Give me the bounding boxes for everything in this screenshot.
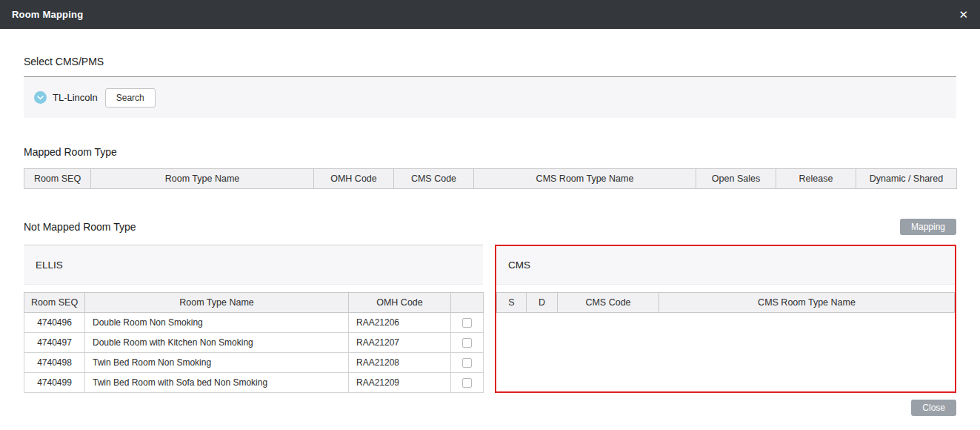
column-header-room-seq: Room SEQ [24, 169, 91, 189]
column-header-room-seq: Room SEQ [24, 293, 85, 313]
not-mapped-panels: ELLIS Room SEQ Room Type Name OMH Code 4… [24, 245, 956, 393]
cms-panel-title: CMS [496, 246, 955, 285]
dialog-titlebar: Room Mapping ✕ [0, 0, 980, 29]
room-type-name-cell: Twin Bed Room Non Smoking [85, 353, 349, 373]
room-type-name-cell: Double Room Non Smoking [85, 313, 349, 333]
column-header-room-type-name: Room Type Name [91, 169, 314, 189]
mapped-room-type-table: Room SEQ Room Type Name OMH Code CMS Cod… [24, 168, 957, 189]
room-seq-cell: 4740498 [24, 353, 85, 373]
column-header-omh-code: OMH Code [314, 169, 394, 189]
dialog-title: Room Mapping [12, 9, 83, 20]
dialog-body: Select CMS/PMS TL-Lincoln Search Mapped … [0, 56, 980, 416]
column-header-cms-code: CMS Code [394, 169, 474, 189]
mapped-table-header-row: Room SEQ Room Type Name OMH Code CMS Cod… [24, 169, 957, 189]
column-header-cms-room-type-name: CMS Room Type Name [474, 169, 696, 189]
selected-pms-label: TL-Lincoln [53, 92, 98, 103]
not-mapped-room-type-label: Not Mapped Room Type [24, 221, 136, 233]
mapped-room-type-label: Mapped Room Type [24, 146, 956, 158]
close-icon[interactable]: ✕ [959, 9, 968, 20]
table-row: 4740496 Double Room Non Smoking RAA21206 [24, 313, 484, 333]
column-header-release: Release [776, 169, 856, 189]
ellis-panel-title: ELLIS [24, 245, 483, 285]
mapping-button[interactable]: Mapping [900, 219, 956, 235]
row-checkbox[interactable] [462, 378, 472, 388]
not-mapped-header-row: Not Mapped Room Type Mapping [24, 219, 956, 235]
column-header-cms-code: CMS Code [558, 293, 659, 313]
room-seq-cell: 4740497 [24, 333, 85, 353]
ellis-panel: ELLIS Room SEQ Room Type Name OMH Code 4… [24, 245, 483, 393]
cms-pms-selector[interactable]: TL-Lincoln [34, 91, 98, 104]
omh-code-cell: RAA21209 [349, 373, 451, 393]
omh-code-cell: RAA21206 [349, 313, 451, 333]
column-header-s: S [497, 293, 527, 313]
column-header-dynamic-shared: Dynamic / Shared [856, 169, 957, 189]
row-checkbox[interactable] [462, 318, 472, 328]
cms-pms-panel: TL-Lincoln Search [24, 76, 956, 118]
omh-code-cell: RAA21207 [349, 333, 451, 353]
column-header-omh-code: OMH Code [349, 293, 451, 313]
omh-code-cell: RAA21208 [349, 353, 451, 373]
table-row: 4740497 Double Room with Kitchen Non Smo… [24, 333, 484, 353]
room-seq-cell: 4740499 [24, 373, 85, 393]
search-button[interactable]: Search [105, 88, 156, 108]
column-header-room-type-name: Room Type Name [85, 293, 349, 313]
row-checkbox[interactable] [462, 358, 472, 368]
room-type-name-cell: Double Room with Kitchen Non Smoking [85, 333, 349, 353]
select-cms-pms-label: Select CMS/PMS [24, 56, 956, 67]
cms-panel: CMS S D CMS Code CMS Room Type Name [495, 245, 956, 393]
ellis-table-header-row: Room SEQ Room Type Name OMH Code [24, 293, 484, 313]
close-button[interactable]: Close [911, 400, 956, 416]
column-header-open-sales: Open Sales [696, 169, 776, 189]
chevron-down-icon [34, 91, 47, 104]
checkbox-column-header [451, 293, 484, 313]
column-header-d: D [527, 293, 558, 313]
row-checkbox[interactable] [462, 338, 472, 348]
ellis-table: Room SEQ Room Type Name OMH Code 4740496… [24, 292, 484, 393]
table-row: 4740498 Twin Bed Room Non Smoking RAA212… [24, 353, 484, 373]
room-type-name-cell: Twin Bed Room with Sofa bed Non Smoking [85, 373, 349, 393]
column-header-cms-room-type-name: CMS Room Type Name [659, 293, 955, 313]
cms-table-header-row: S D CMS Code CMS Room Type Name [497, 293, 955, 313]
table-row: 4740499 Twin Bed Room with Sofa bed Non … [24, 373, 484, 393]
cms-table: S D CMS Code CMS Room Type Name [496, 292, 955, 313]
dialog-footer: Close [24, 400, 956, 416]
room-seq-cell: 4740496 [24, 313, 85, 333]
